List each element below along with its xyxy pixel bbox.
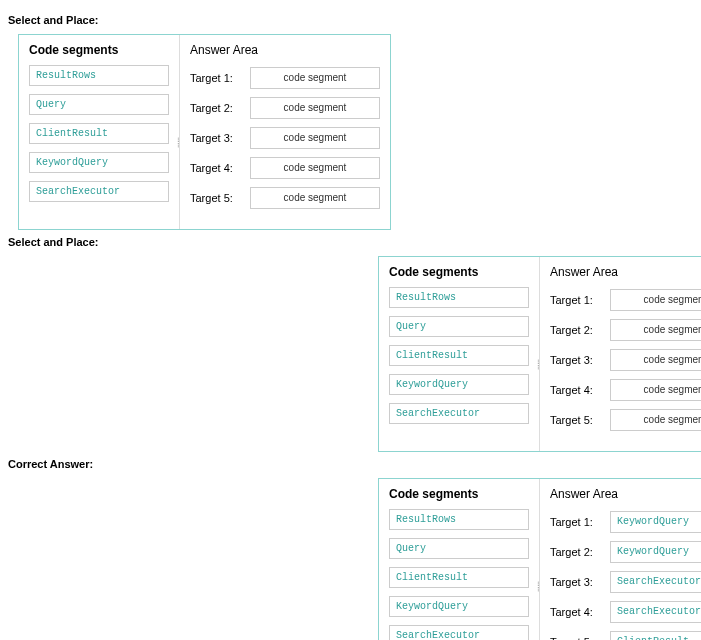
drop-target[interactable]: code segment <box>250 67 380 89</box>
drop-target[interactable]: SearchExecutor <box>610 601 701 623</box>
target-label: Target 2: <box>550 324 610 336</box>
target-label: Target 2: <box>550 546 610 558</box>
select-and-place-label: Select and Place: <box>8 236 693 248</box>
code-segment-item[interactable]: ResultRows <box>389 287 529 308</box>
code-segment-item[interactable]: Query <box>29 94 169 115</box>
divider-grip-icon: ······ <box>537 580 540 591</box>
code-segments-column: Code segmentsResultRowsQueryClientResult… <box>379 257 540 451</box>
drop-target[interactable]: KeywordQuery <box>610 541 701 563</box>
code-segment-item[interactable]: KeywordQuery <box>389 596 529 617</box>
divider-grip-icon: ······ <box>177 136 180 147</box>
answer-area-title: Answer Area <box>190 43 380 57</box>
target-row: Target 4:code segment <box>550 379 701 401</box>
code-segment-item[interactable]: SearchExecutor <box>389 403 529 424</box>
target-label: Target 4: <box>550 384 610 396</box>
code-segments-column: Code segmentsResultRowsQueryClientResult… <box>19 35 180 229</box>
drag-drop-panel: Code segmentsResultRowsQueryClientResult… <box>378 256 701 452</box>
answer-area-title: Answer Area <box>550 265 701 279</box>
drop-target[interactable]: code segment <box>250 157 380 179</box>
code-segment-item[interactable]: SearchExecutor <box>389 625 529 640</box>
drop-target[interactable]: code segment <box>250 127 380 149</box>
drop-target[interactable]: code segment <box>610 319 701 341</box>
code-segment-item[interactable]: Query <box>389 538 529 559</box>
target-row: Target 2:code segment <box>190 97 380 119</box>
target-row: Target 3:SearchExecutor <box>550 571 701 593</box>
code-segment-item[interactable]: ResultRows <box>389 509 529 530</box>
drop-target[interactable]: SearchExecutor <box>610 571 701 593</box>
drop-target[interactable]: code segment <box>610 379 701 401</box>
answer-area-column: Answer AreaTarget 1:code segmentTarget 2… <box>180 35 390 229</box>
target-label: Target 4: <box>550 606 610 618</box>
code-segment-item[interactable]: ResultRows <box>29 65 169 86</box>
target-row: Target 5:ClientResult <box>550 631 701 640</box>
target-label: Target 3: <box>550 576 610 588</box>
target-label: Target 3: <box>190 132 250 144</box>
drag-drop-panel: Code segmentsResultRowsQueryClientResult… <box>378 478 701 640</box>
answer-area-column: Answer AreaTarget 1:code segmentTarget 2… <box>540 257 701 451</box>
drag-drop-panel: Code segmentsResultRowsQueryClientResult… <box>18 34 391 230</box>
target-label: Target 5: <box>550 636 610 640</box>
target-label: Target 1: <box>190 72 250 84</box>
code-segment-item[interactable]: ClientResult <box>29 123 169 144</box>
code-segment-item[interactable]: ClientResult <box>389 345 529 366</box>
drop-target[interactable]: ClientResult <box>610 631 701 640</box>
target-label: Target 4: <box>190 162 250 174</box>
target-label: Target 3: <box>550 354 610 366</box>
code-segment-item[interactable]: KeywordQuery <box>389 374 529 395</box>
correct-answer-label: Correct Answer: <box>8 458 693 470</box>
code-segments-column: Code segmentsResultRowsQueryClientResult… <box>379 479 540 640</box>
drop-target[interactable]: code segment <box>610 289 701 311</box>
target-row: Target 3:code segment <box>550 349 701 371</box>
drop-target[interactable]: KeywordQuery <box>610 511 701 533</box>
drop-target[interactable]: code segment <box>250 97 380 119</box>
target-label: Target 2: <box>190 102 250 114</box>
target-row: Target 1:KeywordQuery <box>550 511 701 533</box>
drop-target[interactable]: code segment <box>610 349 701 371</box>
target-label: Target 5: <box>190 192 250 204</box>
answer-area-column: Answer AreaTarget 1:KeywordQueryTarget 2… <box>540 479 701 640</box>
target-row: Target 1:code segment <box>550 289 701 311</box>
code-segment-item[interactable]: ClientResult <box>389 567 529 588</box>
answer-area-title: Answer Area <box>550 487 701 501</box>
target-row: Target 3:code segment <box>190 127 380 149</box>
code-segment-item[interactable]: SearchExecutor <box>29 181 169 202</box>
target-label: Target 1: <box>550 294 610 306</box>
target-row: Target 4:code segment <box>190 157 380 179</box>
drop-target[interactable]: code segment <box>610 409 701 431</box>
code-segment-item[interactable]: KeywordQuery <box>29 152 169 173</box>
target-row: Target 2:code segment <box>550 319 701 341</box>
code-segments-title: Code segments <box>389 265 529 279</box>
target-row: Target 5:code segment <box>190 187 380 209</box>
code-segments-title: Code segments <box>29 43 169 57</box>
drop-target[interactable]: code segment <box>250 187 380 209</box>
divider-grip-icon: ······ <box>537 358 540 369</box>
select-and-place-label: Select and Place: <box>8 14 693 26</box>
target-label: Target 5: <box>550 414 610 426</box>
target-row: Target 4:SearchExecutor <box>550 601 701 623</box>
target-row: Target 5:code segment <box>550 409 701 431</box>
target-row: Target 2:KeywordQuery <box>550 541 701 563</box>
code-segments-title: Code segments <box>389 487 529 501</box>
target-row: Target 1:code segment <box>190 67 380 89</box>
target-label: Target 1: <box>550 516 610 528</box>
code-segment-item[interactable]: Query <box>389 316 529 337</box>
